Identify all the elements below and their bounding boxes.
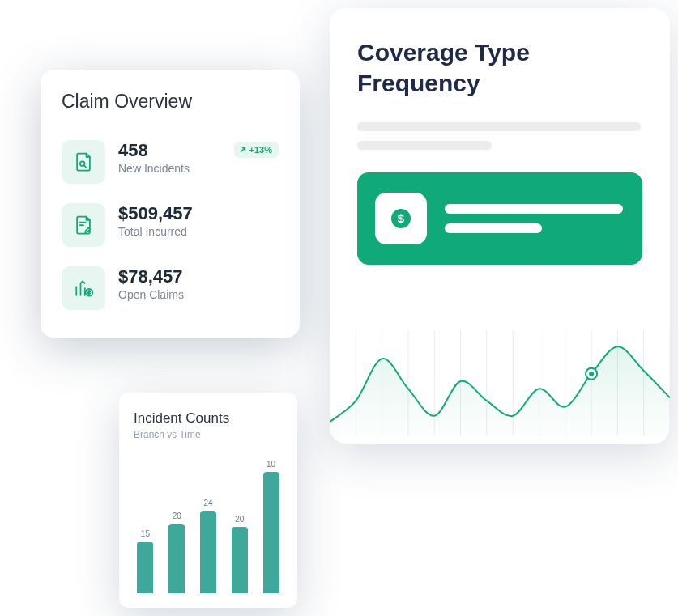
bar-value-label: 20 <box>173 512 181 520</box>
bar <box>168 524 185 593</box>
metric-label: Open Claims <box>118 288 279 301</box>
svg-point-19 <box>589 372 594 376</box>
chart-dollar-icon <box>62 266 105 310</box>
skeleton-group <box>445 204 625 233</box>
metric-label: Total Incurred <box>118 225 279 238</box>
arrow-up-right-icon <box>239 146 247 154</box>
metric-label: New Incidents <box>118 162 221 175</box>
incident-title: Incident Counts <box>134 410 283 427</box>
delta-value: +13% <box>249 145 272 155</box>
skeleton-line <box>445 204 623 214</box>
bar <box>137 542 153 593</box>
bar-column: 20 <box>229 515 249 593</box>
bar <box>232 527 248 593</box>
bar-value-label: 20 <box>235 515 244 524</box>
metric-open-claims: $78,457 Open Claims <box>62 258 279 321</box>
bar-value-label: 10 <box>267 460 275 469</box>
claim-overview-title: Claim Overview <box>62 91 279 113</box>
dollar-icon: $ <box>375 193 427 244</box>
metric-value: 458 <box>118 140 221 160</box>
bar <box>200 511 216 593</box>
incident-bar-chart: 1520242010 <box>134 440 283 597</box>
coverage-title: Coverage Type Frequency <box>357 37 642 98</box>
bar-column: 15 <box>135 529 156 593</box>
incident-card: Incident Counts Branch vs Time 152024201… <box>119 393 297 608</box>
document-edit-icon <box>62 203 105 247</box>
delta-badge: +13% <box>234 142 279 158</box>
incident-subtitle: Branch vs Time <box>134 429 283 440</box>
coverage-sparkline-chart <box>330 306 670 444</box>
coverage-feature-box: $ <box>357 172 642 265</box>
metric-value: $509,457 <box>118 203 279 223</box>
metric-new-incidents: 458 New Incidents +13% <box>62 132 279 195</box>
metric-value: $78,457 <box>118 266 279 287</box>
skeleton-line <box>357 122 641 131</box>
document-search-icon <box>62 140 105 184</box>
metric-total-incurred: $509,457 Total Incurred <box>62 195 279 258</box>
bar-column: 10 <box>261 460 281 593</box>
bar-column: 20 <box>167 512 187 593</box>
bar-column: 24 <box>198 499 219 593</box>
bar-value-label: 24 <box>203 499 212 508</box>
skeleton-line <box>445 223 542 233</box>
bar-value-label: 15 <box>141 529 150 538</box>
claim-overview-card: Claim Overview 458 New Incidents +13% <box>41 70 300 338</box>
skeleton-line <box>357 141 492 150</box>
svg-text:$: $ <box>398 211 405 225</box>
coverage-card: Coverage Type Frequency $ <box>330 8 670 444</box>
bar <box>263 472 279 593</box>
